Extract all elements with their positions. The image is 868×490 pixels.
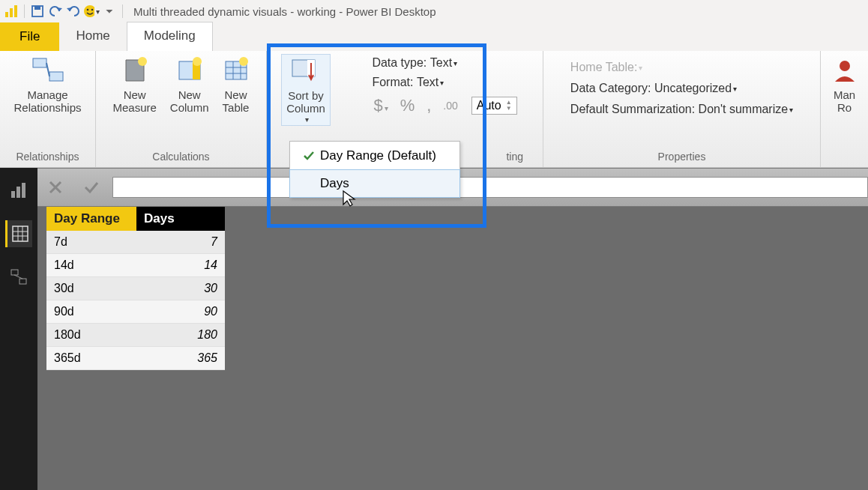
titlebar: ▾ ⏷ Multi threaded dynamic visuals - wor… <box>0 0 868 22</box>
decimal-places-input[interactable]: Auto ▲▼ <box>471 97 517 115</box>
nav-report-view[interactable] <box>5 177 32 204</box>
svg-rect-33 <box>19 279 26 284</box>
ribbon-tabs: File Home Modeling <box>0 22 868 51</box>
sort-by-column-label: Sort by Column <box>286 89 325 115</box>
table-row[interactable]: 180d180 <box>46 324 225 347</box>
window-title: Multi threaded dynamic visuals - working… <box>133 5 436 18</box>
chevron-down-icon: ▾ <box>733 85 737 93</box>
formula-input[interactable] <box>112 177 868 198</box>
home-table-dropdown[interactable]: Home Table: ▾ <box>566 58 648 76</box>
sort-by-column-menu: Day Range (Default) Days <box>289 141 460 198</box>
tab-file[interactable]: File <box>0 22 59 51</box>
table-row[interactable]: 365d365 <box>46 347 225 370</box>
qat-customize-icon[interactable]: ⏷ <box>101 3 118 19</box>
tab-home[interactable]: Home <box>59 22 126 51</box>
svg-rect-2 <box>14 5 17 17</box>
svg-point-5 <box>84 5 94 17</box>
cursor-icon <box>342 190 357 211</box>
comma-button[interactable]: , <box>424 96 434 115</box>
left-nav <box>0 168 37 490</box>
default-summarization-dropdown[interactable]: Default Summarization: Don't summarize ▾ <box>566 100 798 118</box>
svg-rect-24 <box>11 191 15 198</box>
cell-days: 180 <box>136 324 225 347</box>
commit-formula-icon[interactable] <box>73 170 109 205</box>
person-icon <box>832 55 858 85</box>
ribbon: Manage Relationships Relationships New M… <box>0 51 868 168</box>
table-header-row: Day Range Days <box>46 207 225 231</box>
properties-group-label: Properties <box>658 149 706 166</box>
new-measure-label: New Measure <box>112 88 156 115</box>
svg-point-14 <box>193 57 202 66</box>
new-column-label: New Column <box>170 88 209 115</box>
calculations-group-label: Calculations <box>152 149 209 166</box>
svg-rect-1 <box>10 8 13 17</box>
cell-days: 90 <box>136 300 225 324</box>
sort-menu-item-day-range[interactable]: Day Range (Default) <box>290 142 459 170</box>
data-category-dropdown[interactable]: Data Category: Uncategorized ▾ <box>566 79 741 97</box>
table-row[interactable]: 90d90 <box>46 300 225 324</box>
table-row[interactable]: 14d14 <box>46 254 225 277</box>
format-label: Format: <box>372 76 413 89</box>
sort-menu-item-days[interactable]: Days <box>289 169 460 198</box>
svg-rect-27 <box>13 226 28 241</box>
check-icon <box>298 149 320 163</box>
svg-rect-9 <box>49 72 63 81</box>
column-header-days[interactable]: Days <box>136 207 225 231</box>
column-header-day-range[interactable]: Day Range <box>46 207 136 231</box>
format-value: Text <box>417 76 438 89</box>
undo-icon[interactable] <box>47 3 64 19</box>
chevron-down-icon: ▾ <box>453 59 457 67</box>
currency-button[interactable]: $▾ <box>370 96 391 115</box>
new-column-button[interactable]: New Column <box>166 54 214 116</box>
cell-range: 14d <box>46 254 136 277</box>
cell-days: 30 <box>136 277 225 300</box>
chevron-down-icon: ▾ <box>440 79 444 87</box>
save-icon[interactable] <box>29 3 46 19</box>
new-table-button[interactable]: New Table <box>218 54 254 116</box>
decimal-button[interactable]: .00 <box>440 100 460 112</box>
chevron-down-icon: ▾ <box>96 7 100 16</box>
cell-days: 365 <box>136 347 225 370</box>
smiley-icon[interactable]: ▾ <box>83 3 100 19</box>
cell-days: 7 <box>136 231 225 254</box>
nav-data-view[interactable] <box>5 220 32 247</box>
column-icon <box>176 55 203 85</box>
table-row[interactable]: 30d30 <box>46 277 225 300</box>
cell-range: 30d <box>46 277 136 300</box>
svg-rect-8 <box>33 58 46 67</box>
cell-range: 90d <box>46 300 136 324</box>
menu-item-label: Days <box>320 176 349 191</box>
svg-rect-0 <box>5 12 8 17</box>
manage-relationships-label: Manage Relationships <box>13 88 81 115</box>
svg-point-6 <box>87 9 89 11</box>
svg-line-34 <box>14 275 22 279</box>
svg-point-7 <box>91 9 94 11</box>
manage-roles-button[interactable]: Man Ro <box>828 54 862 116</box>
chevron-down-icon: ▾ <box>305 115 309 124</box>
relationships-icon <box>31 55 64 85</box>
svg-rect-26 <box>22 183 25 198</box>
formatting-group-label: ting <box>506 149 538 166</box>
default-summarization-value: Don't summarize <box>699 103 789 116</box>
svg-point-20 <box>239 57 248 66</box>
percent-button[interactable]: % <box>397 96 418 115</box>
app-logo-icon <box>3 3 19 19</box>
new-table-label: New Table <box>223 88 250 115</box>
manage-relationships-button[interactable]: Manage Relationships <box>9 54 85 116</box>
svg-rect-4 <box>34 6 40 10</box>
nav-model-view[interactable] <box>5 264 32 291</box>
manage-roles-label: Man Ro <box>834 88 855 115</box>
data-type-dropdown[interactable]: Data type: Text ▾ <box>367 54 462 72</box>
tab-modeling[interactable]: Modeling <box>127 22 213 51</box>
data-category-value: Uncategorized <box>654 82 732 95</box>
format-dropdown[interactable]: Format: Text ▾ <box>367 73 448 91</box>
spinner-down-icon[interactable]: ▼ <box>506 106 512 112</box>
redo-icon[interactable] <box>65 3 82 19</box>
cancel-formula-icon[interactable] <box>37 170 73 205</box>
chevron-down-icon: ▾ <box>789 106 793 114</box>
table-row[interactable]: 7d7 <box>46 231 225 254</box>
table-icon <box>223 55 250 85</box>
new-measure-button[interactable]: New Measure <box>108 54 160 116</box>
chevron-down-icon: ▾ <box>639 64 642 72</box>
sort-by-column-button[interactable]: Sort by Column▾ <box>281 54 331 126</box>
